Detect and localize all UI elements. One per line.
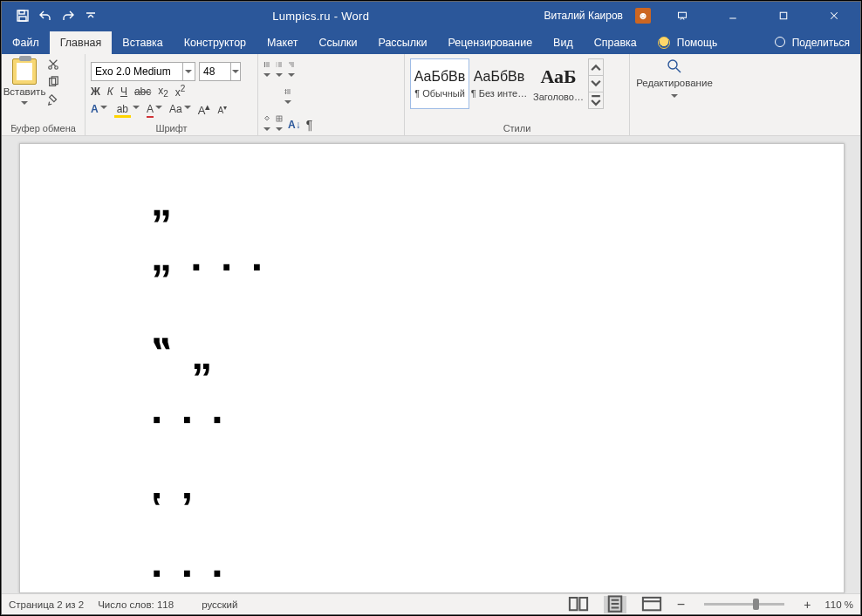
font-name-combo[interactable] bbox=[91, 62, 195, 81]
style-nospacing[interactable]: АаБбВв ¶ Без инте… bbox=[469, 58, 529, 109]
style-sample: АаБбВв bbox=[474, 69, 525, 85]
svg-rect-2 bbox=[19, 17, 26, 21]
shrink-font-button[interactable]: A▾ bbox=[217, 103, 227, 115]
font-name-input[interactable] bbox=[92, 63, 182, 80]
undo-icon[interactable] bbox=[38, 9, 52, 23]
read-mode-icon[interactable] bbox=[567, 596, 590, 613]
styles-scroll[interactable] bbox=[588, 58, 604, 109]
doc-line[interactable]: . . . bbox=[151, 387, 809, 433]
doc-line[interactable]: . . . bbox=[151, 540, 809, 586]
copy-icon[interactable] bbox=[45, 76, 61, 88]
highlight-button[interactable]: ab bbox=[114, 103, 140, 115]
language[interactable]: русский bbox=[202, 599, 237, 610]
styles-scroll-up-icon[interactable] bbox=[589, 59, 603, 76]
user-avatar-icon[interactable]: ☻ bbox=[635, 8, 651, 24]
tab-file[interactable]: Файл bbox=[2, 31, 50, 54]
cut-icon[interactable] bbox=[45, 58, 61, 71]
grow-font-button[interactable]: A▴ bbox=[198, 101, 211, 117]
tab-mailings[interactable]: Рассылки bbox=[367, 31, 437, 54]
paste-button[interactable]: Вставить bbox=[7, 58, 42, 108]
style-heading-label: Заголово… bbox=[533, 92, 584, 102]
style-sample: АаБ bbox=[540, 65, 576, 88]
paste-icon bbox=[12, 58, 37, 85]
tab-layout[interactable]: Макет bbox=[257, 31, 308, 54]
share-button[interactable]: Поделиться bbox=[764, 31, 860, 54]
minimize-button[interactable] bbox=[714, 3, 752, 29]
bullets-button[interactable] bbox=[263, 58, 270, 83]
svg-point-10 bbox=[264, 65, 265, 65]
tab-view[interactable]: Вид bbox=[543, 31, 584, 54]
line-spacing-button[interactable] bbox=[284, 86, 291, 110]
font-color-button[interactable]: A bbox=[147, 103, 162, 115]
status-bar: Страница 2 из 2 Число слов: 118 русский … bbox=[2, 593, 860, 614]
maximize-button[interactable] bbox=[764, 3, 803, 29]
page[interactable]: „ „ . . . ‟ „ . . . ‛ ’ . . . bbox=[19, 143, 845, 593]
zoom-in-button[interactable]: + bbox=[804, 598, 811, 612]
multilevel-button[interactable] bbox=[288, 58, 295, 83]
sort-button[interactable]: A↓ bbox=[288, 119, 301, 131]
numbering-button[interactable] bbox=[276, 58, 283, 83]
redo-icon[interactable] bbox=[61, 9, 75, 23]
svg-rect-3 bbox=[679, 12, 687, 17]
svg-rect-4 bbox=[780, 12, 787, 19]
page-number[interactable]: Страница 2 из 2 bbox=[9, 599, 84, 610]
close-button[interactable] bbox=[815, 3, 853, 29]
tab-home[interactable]: Главная bbox=[50, 31, 113, 54]
zoom-slider[interactable] bbox=[704, 603, 784, 606]
doc-line[interactable]: ‛ ’ bbox=[151, 485, 809, 531]
superscript-button[interactable]: x2 bbox=[175, 84, 186, 99]
tab-references[interactable]: Ссылки bbox=[308, 31, 367, 54]
font-size-combo[interactable] bbox=[199, 62, 241, 81]
text-effects-button[interactable]: A bbox=[91, 103, 107, 115]
style-nospacing-label: ¶ Без инте… bbox=[471, 88, 527, 99]
ribbon-tabs: Файл Главная Вставка Конструктор Макет С… bbox=[2, 30, 860, 54]
ribbon: Вставить Буфер обмена bbox=[2, 54, 860, 136]
ribbon-options-icon[interactable] bbox=[663, 3, 701, 29]
zoom-out-button[interactable]: − bbox=[677, 597, 685, 613]
doc-line[interactable]: ‟ „ bbox=[151, 332, 809, 379]
svg-point-6 bbox=[55, 66, 58, 70]
tab-insert[interactable]: Вставка bbox=[112, 31, 173, 54]
tell-me[interactable]: Помощь bbox=[647, 31, 728, 54]
doc-line[interactable]: „ . . . bbox=[151, 234, 809, 280]
svg-rect-1 bbox=[19, 10, 24, 14]
word-count[interactable]: Число слов: 118 bbox=[98, 599, 174, 610]
qat-more-icon[interactable] bbox=[84, 9, 98, 23]
styles-more-icon[interactable] bbox=[589, 92, 603, 108]
tab-review[interactable]: Рецензирование bbox=[438, 31, 544, 54]
subscript-button[interactable]: x2 bbox=[158, 85, 168, 99]
borders-button[interactable] bbox=[276, 113, 283, 137]
italic-button[interactable]: К bbox=[107, 86, 113, 98]
tab-design[interactable]: Конструктор bbox=[174, 31, 257, 54]
tab-help[interactable]: Справка bbox=[584, 31, 647, 54]
zoom-level[interactable]: 110 % bbox=[824, 599, 853, 610]
paste-label: Вставить bbox=[3, 86, 46, 97]
strikethrough-button[interactable]: abc bbox=[134, 86, 151, 98]
print-layout-icon[interactable] bbox=[604, 596, 626, 613]
document-area[interactable]: „ „ . . . ‟ „ . . . ‛ ’ . . . bbox=[2, 136, 860, 593]
svg-point-5 bbox=[49, 66, 52, 70]
bold-button[interactable]: Ж bbox=[91, 86, 100, 98]
style-normal[interactable]: АаБбВв ¶ Обычный bbox=[410, 58, 469, 109]
editing-group-label bbox=[635, 121, 714, 133]
style-heading[interactable]: АаБ Заголово… bbox=[529, 58, 588, 109]
web-layout-icon[interactable] bbox=[640, 596, 663, 613]
format-painter-icon[interactable] bbox=[45, 93, 61, 106]
find-icon bbox=[667, 58, 682, 74]
change-case-button[interactable]: Aa bbox=[169, 103, 191, 115]
svg-point-13 bbox=[668, 60, 677, 69]
styles-scroll-down-icon[interactable] bbox=[589, 76, 603, 92]
shading-button[interactable] bbox=[263, 113, 270, 137]
save-icon[interactable] bbox=[16, 9, 30, 23]
show-marks-button[interactable]: ¶ bbox=[306, 118, 313, 132]
editing-button[interactable]: Редактирование bbox=[635, 58, 714, 101]
underline-button[interactable]: Ч bbox=[120, 86, 127, 98]
share-label: Поделиться bbox=[792, 37, 850, 49]
doc-line[interactable]: „ bbox=[151, 179, 809, 225]
style-normal-label: ¶ Обычный bbox=[414, 88, 465, 99]
font-size-input[interactable] bbox=[200, 63, 230, 80]
font-group-label: Шрифт bbox=[91, 121, 252, 133]
tell-me-label: Помощь bbox=[677, 37, 717, 49]
style-sample: АаБбВв bbox=[414, 69, 466, 85]
user-name[interactable]: Виталий Каиров bbox=[544, 10, 623, 22]
